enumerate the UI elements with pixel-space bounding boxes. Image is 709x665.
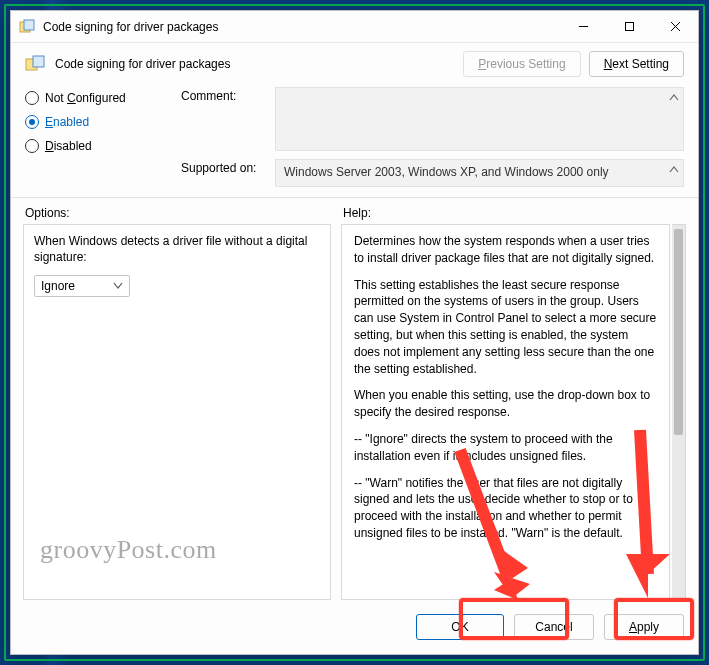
labels-row: Options: Help: xyxy=(11,206,698,220)
ok-button[interactable]: OK xyxy=(416,614,504,640)
scroll-up-icon[interactable] xyxy=(667,90,681,106)
config-row: Not Configured Enabled Disabled Comment: xyxy=(11,87,698,193)
svg-rect-1 xyxy=(24,20,34,30)
radio-icon xyxy=(25,91,39,105)
radio-not-configured[interactable]: Not Configured xyxy=(25,91,167,105)
cancel-button[interactable]: Cancel xyxy=(514,614,594,640)
window-controls xyxy=(560,11,698,43)
supported-label: Supported on: xyxy=(181,159,265,175)
dialog-window: Code signing for driver packages Code si… xyxy=(10,10,699,655)
state-radio-group: Not Configured Enabled Disabled xyxy=(25,87,167,187)
close-button[interactable] xyxy=(652,11,698,43)
supported-on-field: Windows Server 2003, Windows XP, and Win… xyxy=(275,159,684,187)
divider xyxy=(11,197,698,198)
radio-enabled[interactable]: Enabled xyxy=(25,115,167,129)
footer: OK Cancel Apply xyxy=(11,600,698,654)
scrollbar-thumb[interactable] xyxy=(674,229,683,435)
apply-button[interactable]: Apply xyxy=(604,614,684,640)
policy-title: Code signing for driver packages xyxy=(55,57,230,71)
window-title: Code signing for driver packages xyxy=(43,20,218,34)
options-pane: When Windows detects a driver file witho… xyxy=(23,224,331,600)
response-select[interactable]: Ignore xyxy=(34,275,130,297)
maximize-button[interactable] xyxy=(606,11,652,43)
help-pane[interactable]: Determines how the system responds when … xyxy=(341,224,670,600)
options-label: Options: xyxy=(25,206,329,220)
scroll-up-icon[interactable] xyxy=(667,162,681,178)
options-text: When Windows detects a driver file witho… xyxy=(34,233,320,265)
comment-textarea[interactable] xyxy=(275,87,684,151)
chevron-down-icon xyxy=(113,279,123,293)
minimize-button[interactable] xyxy=(560,11,606,43)
previous-setting-button[interactable]: Previous Setting xyxy=(463,51,580,77)
help-label: Help: xyxy=(343,206,684,220)
radio-disabled[interactable]: Disabled xyxy=(25,139,167,153)
svg-rect-7 xyxy=(33,56,44,67)
titlebar: Code signing for driver packages xyxy=(11,11,698,43)
comment-label: Comment: xyxy=(181,87,265,103)
help-pane-wrapper: Determines how the system responds when … xyxy=(341,224,686,600)
fields-column: Comment: Supported on: Windows Server 20… xyxy=(181,87,684,187)
select-value: Ignore xyxy=(41,279,75,293)
radio-icon xyxy=(25,139,39,153)
next-setting-button[interactable]: Next Setting xyxy=(589,51,684,77)
header-row: Code signing for driver packages Previou… xyxy=(11,43,698,87)
help-scrollbar[interactable] xyxy=(672,224,686,600)
svg-rect-3 xyxy=(625,23,633,31)
panes-row: When Windows detects a driver file witho… xyxy=(11,224,698,600)
radio-icon xyxy=(25,115,39,129)
policy-icon xyxy=(19,19,35,35)
policy-setting-icon xyxy=(25,55,47,73)
